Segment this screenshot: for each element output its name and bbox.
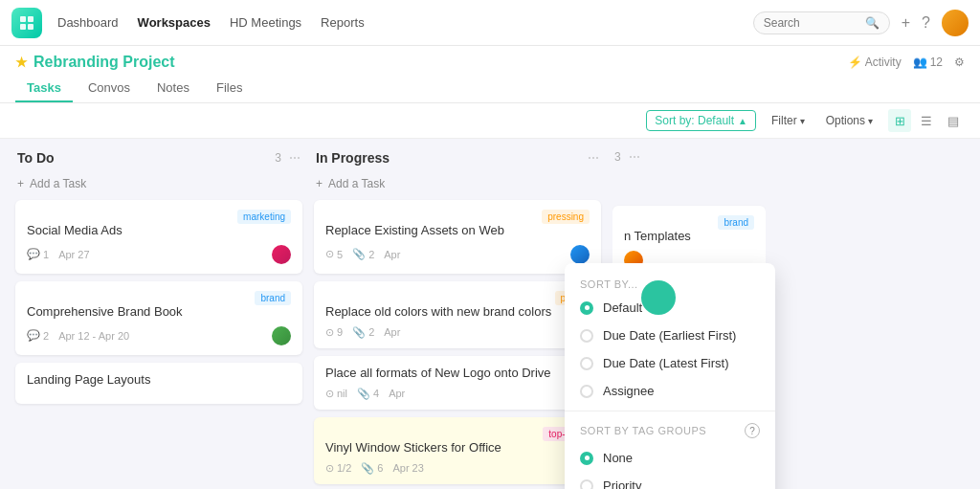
card-vinyl-stickers[interactable]: top-pri... Vinyl Window Stickers for Off… <box>314 417 601 484</box>
dropdown-item-priority[interactable]: Priority <box>565 472 775 489</box>
card-replace-colors[interactable]: press Replace old colors with new brand … <box>314 281 601 348</box>
list-view-icon[interactable]: ☰ <box>915 109 938 132</box>
help-icon-tag[interactable]: ? <box>745 423 760 438</box>
options-label: Options <box>826 114 865 127</box>
radio-default <box>580 301 593 315</box>
card-meta-ip3: ⊙ nil 📎 4 Apr <box>325 388 405 400</box>
card-logo-formats[interactable]: Place all formats of New Logo onto Drive… <box>314 356 601 410</box>
chevron-down-icon-2: ▾ <box>868 116 873 126</box>
filter-button[interactable]: Filter ▾ <box>766 111 811 130</box>
subtask-icon-ip4: ⊙ <box>325 462 334 475</box>
help-icon[interactable]: ? <box>922 14 930 32</box>
subtask-ip3: ⊙ nil <box>325 388 347 400</box>
attach-count-ip1: 2 <box>368 249 374 260</box>
card-meta-ip1: ⊙ 5 📎 2 Apr <box>325 248 400 260</box>
search-box[interactable]: 🔍 <box>753 11 890 34</box>
card-title-ip2: Replace old colors with new brand colors <box>325 304 590 321</box>
sort-button[interactable]: Sort by: Default ▲ <box>646 110 756 131</box>
dropdown-item-assignee[interactable]: Assignee <box>565 377 775 405</box>
user-avatar[interactable] <box>942 10 969 36</box>
column-inprogress-meta: ⋯ <box>588 151 599 165</box>
dropdown-item-none[interactable]: None <box>565 444 775 472</box>
add-task-todo[interactable]: + Add a Task <box>15 173 302 194</box>
column-done-count: 3 <box>614 150 621 164</box>
dropdown-divider <box>565 411 775 411</box>
gantt-view-icon[interactable]: ▤ <box>942 109 965 132</box>
radio-assignee <box>580 385 593 398</box>
nav-right: 🔍 + ? <box>753 10 969 36</box>
tag-brand: brand <box>255 291 291 305</box>
attach-count-ip4: 6 <box>377 462 383 474</box>
card-meta-ip2: ⊙ 9 📎 2 Apr <box>325 326 400 339</box>
members-count: 12 <box>930 56 943 69</box>
tag-marketing: marketing <box>237 210 291 224</box>
comment-icon-2: 💬 <box>27 329 40 342</box>
card-title-done1: n Templates <box>624 229 754 245</box>
add-task-inprogress[interactable]: + Add a Task <box>314 173 601 194</box>
grid-view-icon[interactable]: ⊞ <box>888 109 911 132</box>
card-title-1: Social Media Ads <box>27 223 291 239</box>
activity-link[interactable]: ⚡ Activity <box>848 56 902 69</box>
comments-1: 💬 1 <box>27 248 49 260</box>
due-date-2: Apr 12 - Apr 20 <box>58 330 129 342</box>
options-button[interactable]: Options ▾ <box>820 111 879 130</box>
tab-convos[interactable]: Convos <box>77 75 142 102</box>
column-done-meta: 3 ⋯ <box>614 150 640 164</box>
due-date-ip4: Apr 23 <box>392 462 423 474</box>
project-title: ★ Rebranding Project <box>15 54 175 71</box>
comment-count-2: 2 <box>43 330 49 342</box>
card-footer-ip4: ⊙ 1/2 📎 6 Apr 23 <box>325 462 590 475</box>
chevron-up-icon: ▲ <box>738 116 747 126</box>
option-none-label: None <box>603 451 633 465</box>
column-done-menu[interactable]: ⋯ <box>629 150 640 164</box>
dropdown-item-latest[interactable]: Due Date (Latest First) <box>565 349 775 377</box>
attach-icon-ip2: 📎 <box>352 326 366 339</box>
attach-ip2: 📎 2 <box>352 326 374 339</box>
project-header: ★ Rebranding Project ⚡ Activity 👥 12 ⚙ T… <box>0 46 980 103</box>
attach-ip3: 📎 4 <box>357 388 379 400</box>
radio-earliest <box>580 329 593 343</box>
tag-pressing: pressing <box>542 210 590 224</box>
add-icon[interactable]: + <box>902 14 910 32</box>
radio-none <box>580 452 593 465</box>
card-footer-2: 💬 2 Apr 12 - Apr 20 <box>27 326 291 345</box>
dropdown-item-earliest[interactable]: Due Date (Earliest First) <box>565 322 775 349</box>
add-task-label-inprogress: Add a Task <box>328 177 385 190</box>
nav-hd-meetings[interactable]: HD Meetings <box>230 11 301 33</box>
column-inprogress-menu[interactable]: ⋯ <box>588 151 599 165</box>
nav-workspaces[interactable]: Workspaces <box>138 11 211 33</box>
search-input[interactable] <box>764 16 859 30</box>
card-brand-book[interactable]: brand Comprehensive Brand Book 💬 2 Apr 1… <box>15 281 302 355</box>
subtask-count-ip4: 1/2 <box>337 462 351 474</box>
card-footer-ip1: ⊙ 5 📎 2 Apr <box>325 245 590 264</box>
card-replace-assets[interactable]: pressing Replace Existing Assets on Web … <box>314 200 601 274</box>
subtask-ip2: ⊙ 9 <box>325 326 343 339</box>
nav-reports[interactable]: Reports <box>321 11 365 33</box>
tab-notes[interactable]: Notes <box>145 75 201 102</box>
tag-groups-header-row: Sort By Tag Groups ? <box>565 417 775 444</box>
column-todo: To Do 3 ⋯ + Add a Task marketing Social … <box>15 150 302 482</box>
avatar-2 <box>272 326 291 345</box>
column-todo-menu[interactable]: ⋯ <box>289 151 301 165</box>
card-social-media-ads[interactable]: marketing Social Media Ads 💬 1 Apr 27 <box>15 200 302 274</box>
app-logo[interactable] <box>11 8 42 38</box>
attach-icon-ip4: 📎 <box>361 462 374 475</box>
tab-files[interactable]: Files <box>205 75 254 102</box>
avatar-ip1 <box>570 245 590 264</box>
view-icons: ⊞ ☰ ▤ <box>888 109 965 132</box>
due-date-ip3: Apr <box>389 388 405 399</box>
column-todo-header: To Do 3 ⋯ <box>15 150 302 166</box>
nav-dashboard[interactable]: Dashboard <box>57 11 119 33</box>
settings-icon[interactable]: ⚙ <box>954 56 965 69</box>
nav-links: Dashboard Workspaces HD Meetings Reports <box>57 11 738 33</box>
column-done-header: 3 ⋯ <box>612 150 766 164</box>
card-landing-page[interactable]: Landing Page Layouts <box>15 363 302 404</box>
add-task-label-todo: Add a Task <box>30 177 86 190</box>
star-icon[interactable]: ★ <box>15 55 28 70</box>
attach-count-ip3: 4 <box>373 388 379 399</box>
tab-tasks[interactable]: Tasks <box>15 75 73 102</box>
card-title-2: Comprehensive Brand Book <box>27 304 291 321</box>
members-link[interactable]: 👥 12 <box>913 56 943 69</box>
card-footer-ip2: ⊙ 9 📎 2 Apr <box>325 326 590 339</box>
people-icon: 👥 <box>913 56 927 69</box>
